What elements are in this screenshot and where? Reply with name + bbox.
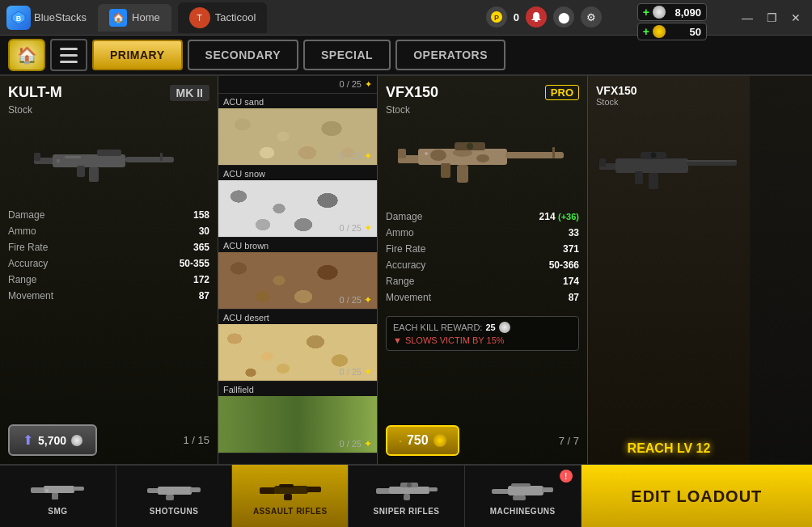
bluestacks-label: BlueStacks — [34, 11, 87, 23]
ammo-label: Ammo — [8, 224, 109, 238]
skin-image-fallfield: 0 / 25✦ — [218, 396, 377, 453]
tab-operators[interactable]: OPERATORS — [395, 40, 505, 70]
restore-button[interactable]: ❐ — [760, 6, 783, 29]
notification-icon[interactable] — [526, 6, 547, 27]
game-tab[interactable]: T Tacticool — [178, 2, 268, 33]
shotguns-icon — [142, 478, 206, 504]
camera-icon[interactable]: ⬤ — [553, 6, 574, 27]
sniper-rifles-icon — [374, 478, 439, 504]
svg-rect-53 — [429, 487, 438, 491]
category-shotguns[interactable]: SHOTGUNS — [116, 465, 233, 527]
svg-rect-57 — [492, 489, 510, 494]
skin-item-acu-desert[interactable]: ACU desert 0 / 25✦ — [218, 310, 377, 382]
close-button[interactable]: ✕ — [785, 6, 807, 29]
right-panel: VFX150 PRO Stock — [378, 76, 812, 464]
movement-value: 87 — [109, 289, 210, 303]
svg-point-18 — [430, 150, 446, 161]
sniper-rifles-label: SNIPER RIFLES — [373, 507, 439, 516]
category-assault-rifles[interactable]: ASSAULT RIFLES — [232, 465, 349, 527]
gold-currency-row: + 50 — [637, 23, 707, 40]
r-accuracy-label: Accuracy — [386, 258, 483, 272]
upgrade-silver-icon — [71, 435, 82, 446]
preview-panel: VFX150 Stock — [588, 76, 750, 464]
svg-rect-25 — [441, 163, 450, 178]
skin-label-acu-brown: ACU brown — [218, 238, 377, 252]
accuracy-value: 50-355 — [109, 256, 210, 271]
reach-level-text: REACH LV 12 — [628, 441, 711, 456]
svg-rect-7 — [53, 154, 125, 167]
settings-icon[interactable]: ⚙ — [581, 6, 602, 27]
silver-value: 8,090 — [669, 6, 701, 19]
home-tab[interactable]: 🏠 Home — [98, 4, 171, 32]
svg-rect-40 — [52, 493, 58, 500]
preview-vfx150-svg — [596, 137, 742, 202]
range-value: 172 — [109, 272, 210, 287]
category-smg[interactable]: SMG — [0, 465, 116, 527]
skin-item-acu-brown[interactable]: ACU brown 0 / 25✦ — [218, 238, 377, 310]
shotguns-label: SHOTGUNS — [150, 507, 199, 516]
svg-rect-35 — [635, 171, 643, 184]
main-content: KULT-M MK II Stock — [0, 76, 812, 464]
skins-count-header: 0 / 25 — [339, 79, 362, 90]
skin-item-acu-sand[interactable]: ACU sand 0 / 25✦ — [218, 94, 377, 166]
game-tab-label: Tacticool — [215, 11, 256, 23]
svg-rect-39 — [74, 487, 84, 491]
skin-count-acu-brown: 0 / 25✦ — [339, 294, 372, 306]
svg-rect-8 — [89, 167, 99, 182]
hamburger-line-1 — [60, 48, 78, 50]
machinegun-notification-badge: ! — [560, 470, 573, 483]
damage-value: 158 — [109, 208, 210, 222]
right-weapon-image — [386, 120, 579, 209]
tab-secondary[interactable]: SECONDARY — [188, 40, 298, 70]
menu-button[interactable] — [50, 39, 87, 71]
smg-icon — [25, 478, 90, 504]
hamburger-line-2 — [60, 54, 78, 57]
svg-rect-42 — [147, 488, 159, 493]
svg-text:B: B — [16, 15, 22, 23]
svg-rect-49 — [284, 494, 292, 500]
window-controls: — ❐ ✕ — [736, 0, 812, 36]
skin-item-fallfield[interactable]: Fallfield 0 / 25✦ — [218, 382, 377, 453]
game-tab-icon: T — [189, 7, 210, 28]
buy-cost: 750 — [407, 433, 429, 448]
svg-point-32 — [651, 153, 657, 158]
svg-rect-50 — [279, 484, 294, 487]
buy-row: · 750 7 / 7 — [386, 425, 579, 456]
slow-line: ▼ SLOWS VICTIM BY 15% — [393, 335, 572, 345]
tab-special[interactable]: SPECIAL — [303, 40, 391, 70]
machinegun-weapon-icon — [490, 479, 555, 502]
upgrade-button[interactable]: ⬆ 5,700 — [8, 424, 97, 456]
range-label: Range — [8, 272, 109, 287]
skin-count-acu-desert: 0 / 25✦ — [339, 366, 372, 377]
silver-plus-icon[interactable]: + — [643, 6, 649, 19]
upgrade-arrows-icon: ⬆ — [23, 432, 33, 448]
currency-area: + 8,090 + 50 — [637, 3, 707, 40]
skin-image-acu-sand: 0 / 25✦ — [218, 108, 377, 165]
kult-m-svg — [32, 135, 186, 188]
left-weapon-tier: MK II — [170, 85, 209, 101]
svg-rect-37 — [31, 487, 45, 493]
hamburger-line-3 — [60, 61, 78, 63]
skin-label-acu-sand: ACU sand — [218, 94, 377, 108]
skin-item-acu-snow[interactable]: ACU snow 0 / 25✦ — [218, 166, 377, 238]
home-tab-label: Home — [132, 11, 160, 23]
buy-button[interactable]: · 750 — [386, 425, 459, 456]
skins-star-icon: ✦ — [365, 79, 372, 90]
home-tab-icon: 🏠 — [109, 9, 127, 27]
svg-rect-45 — [166, 495, 174, 500]
category-machineguns[interactable]: ! MACHINEGUNS — [465, 465, 582, 527]
minimize-button[interactable]: — — [736, 6, 759, 29]
svg-rect-29 — [599, 158, 606, 167]
home-button[interactable]: 🏠 — [8, 39, 45, 71]
svg-rect-56 — [404, 494, 410, 500]
category-sniper-rifles[interactable]: SNIPER RIFLES — [349, 465, 465, 527]
r-movement-value: 87 — [483, 290, 580, 305]
left-weapon-image — [8, 120, 209, 201]
edit-loadout-button[interactable]: EDIT LOADOUT — [582, 465, 812, 527]
gold-plus-icon[interactable]: + — [643, 25, 649, 38]
tab-primary[interactable]: PRIMARY — [92, 40, 183, 70]
gold-icon — [653, 25, 666, 38]
assault-rifles-icon — [258, 478, 323, 504]
skin-image-acu-desert: 0 / 25✦ — [218, 324, 377, 381]
svg-rect-4 — [535, 20, 538, 22]
